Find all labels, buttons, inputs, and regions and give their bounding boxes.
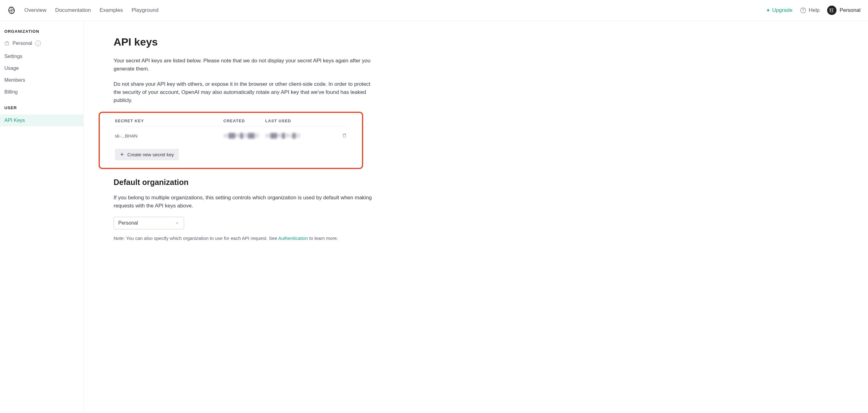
delete-key-button[interactable] bbox=[342, 133, 347, 139]
sidebar: ORGANIZATION Personal i Settings Usage M… bbox=[0, 21, 84, 413]
keys-table-header: SECRET KEY CREATED LAST USED bbox=[115, 119, 347, 127]
nav-playground[interactable]: Playground bbox=[132, 7, 158, 13]
create-secret-key-button[interactable]: Create new secret key bbox=[115, 149, 179, 160]
cell-created: 20██年█月██日 bbox=[223, 133, 265, 139]
col-created: CREATED bbox=[223, 119, 265, 123]
topbar-left: Overview Documentation Examples Playgrou… bbox=[7, 6, 158, 14]
openai-logo-icon[interactable] bbox=[7, 6, 16, 14]
lightning-icon bbox=[766, 8, 770, 12]
svg-point-2 bbox=[803, 11, 803, 12]
col-secret-key: SECRET KEY bbox=[115, 119, 223, 123]
avatar: 狂 bbox=[827, 6, 836, 15]
info-icon[interactable]: i bbox=[35, 40, 41, 46]
table-row: sk-...BH4N 20██年█月██日 20██年█月1█日 bbox=[115, 127, 347, 146]
sidebar-api-keys[interactable]: API Keys bbox=[0, 115, 83, 126]
cell-last-used: 20██年█月1█日 bbox=[265, 133, 314, 139]
nav-links: Overview Documentation Examples Playgrou… bbox=[24, 7, 158, 13]
layout: ORGANIZATION Personal i Settings Usage M… bbox=[0, 21, 868, 413]
svg-rect-3 bbox=[5, 42, 9, 45]
default-org-title: Default organization bbox=[114, 178, 377, 187]
sidebar-members[interactable]: Members bbox=[0, 74, 83, 86]
topbar-right: Upgrade Help 狂 Personal bbox=[766, 6, 861, 15]
briefcase-icon bbox=[4, 41, 9, 46]
account-label: Personal bbox=[840, 7, 861, 13]
nav-overview[interactable]: Overview bbox=[24, 7, 46, 13]
help-link[interactable]: Help bbox=[800, 7, 819, 13]
keys-table: SECRET KEY CREATED LAST USED sk-...BH4N … bbox=[115, 119, 347, 146]
sidebar-billing[interactable]: Billing bbox=[0, 86, 83, 98]
authentication-link[interactable]: Authentication bbox=[278, 235, 308, 241]
org-select[interactable]: Personal bbox=[114, 217, 184, 229]
cell-secret-key: sk-...BH4N bbox=[115, 133, 223, 138]
chevron-down-icon bbox=[175, 221, 179, 225]
nav-documentation[interactable]: Documentation bbox=[55, 7, 91, 13]
help-label: Help bbox=[809, 7, 819, 13]
intro-para-1: Your secret API keys are listed below. P… bbox=[114, 57, 376, 73]
sidebar-personal[interactable]: Personal i bbox=[0, 38, 83, 51]
default-org-para: If you belong to multiple organizations,… bbox=[114, 194, 376, 210]
upgrade-label: Upgrade bbox=[772, 7, 793, 13]
main-content: API keys Your secret API keys are listed… bbox=[84, 21, 377, 413]
topbar: Overview Documentation Examples Playgrou… bbox=[0, 0, 868, 21]
sidebar-usage[interactable]: Usage bbox=[0, 62, 83, 74]
create-key-label: Create new secret key bbox=[127, 152, 174, 157]
sidebar-user-title: USER bbox=[0, 105, 83, 115]
keys-highlight-box: SECRET KEY CREATED LAST USED sk-...BH4N … bbox=[99, 112, 363, 169]
nav-examples[interactable]: Examples bbox=[99, 7, 123, 13]
sidebar-personal-label: Personal bbox=[12, 40, 32, 46]
page-title: API keys bbox=[114, 36, 377, 48]
sidebar-org-title: ORGANIZATION bbox=[0, 29, 83, 38]
trash-icon bbox=[342, 133, 347, 138]
sidebar-settings[interactable]: Settings bbox=[0, 51, 83, 62]
org-select-value: Personal bbox=[118, 220, 138, 226]
intro-para-2: Do not share your API key with others, o… bbox=[114, 80, 376, 105]
note-text: Note: You can also specify which organiz… bbox=[114, 235, 377, 241]
upgrade-link[interactable]: Upgrade bbox=[766, 7, 793, 13]
help-icon bbox=[800, 7, 806, 13]
plus-icon bbox=[120, 152, 124, 157]
col-last-used: LAST USED bbox=[265, 119, 314, 123]
account-menu[interactable]: 狂 Personal bbox=[827, 6, 861, 15]
